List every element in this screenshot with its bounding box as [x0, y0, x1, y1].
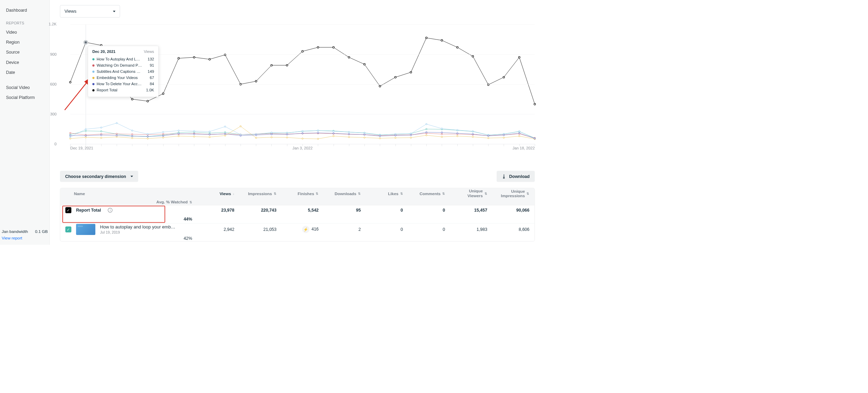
row-checkbox[interactable]: ✓	[65, 207, 71, 213]
svg-point-13	[271, 65, 272, 66]
svg-point-118	[457, 130, 458, 131]
sidebar-item-social-platform[interactable]: Social Platform	[0, 93, 50, 103]
col-views[interactable]: Views ↓	[197, 191, 240, 196]
svg-point-19	[364, 64, 365, 65]
svg-point-162	[178, 133, 180, 134]
svg-point-134	[225, 135, 226, 136]
svg-point-21	[394, 76, 396, 78]
col-unique-viewers[interactable]: Unique Viewers⇅	[450, 189, 492, 199]
col-avg-watched[interactable]: Avg. % Watched⇅	[60, 200, 197, 205]
arrow-down-icon: ↓	[233, 192, 235, 195]
svg-point-148	[441, 136, 443, 137]
svg-point-163	[194, 133, 195, 135]
bandwidth-row: Jan bandwidth 0.1 GB	[2, 228, 48, 235]
sidebar-item-video[interactable]: Video	[0, 27, 50, 37]
tooltip-row: How To Autoplay And Loop Y… 132	[93, 56, 154, 62]
svg-point-114	[395, 133, 396, 135]
svg-point-6	[162, 93, 164, 94]
col-likes[interactable]: Likes⇅	[366, 191, 408, 196]
bandwidth-label: Jan bandwidth	[2, 229, 28, 234]
svg-point-18	[348, 56, 350, 58]
svg-point-116	[426, 123, 427, 125]
info-icon[interactable]: i	[108, 208, 113, 213]
tooltip-row: Watching On Demand Purcha… 91	[93, 62, 154, 68]
svg-point-5	[147, 100, 149, 102]
tooltip-row: Subtitles And Captions Overvi… 149	[93, 68, 154, 75]
svg-point-186	[84, 41, 87, 44]
download-button[interactable]: ⭳ Download	[497, 171, 535, 182]
sort-icon: ⇅	[358, 192, 361, 195]
svg-point-168	[271, 134, 272, 135]
col-unique-impressions[interactable]: Unique Impressions⇅	[492, 189, 535, 198]
sidebar-item-device[interactable]: Device	[0, 57, 50, 67]
sort-icon: ⇅	[527, 192, 529, 195]
svg-point-101	[194, 131, 195, 132]
svg-point-135	[240, 126, 241, 127]
main-content: Views 03006009001.2K Dec 19, 2021Jan 3, …	[50, 0, 541, 245]
sidebar: Dashboard REPORTS VideoRegionSourceDevic…	[0, 0, 50, 245]
views-chart[interactable]: 03006009001.2K Dec 19, 2021Jan 3, 2022Ja…	[60, 24, 535, 153]
svg-point-139	[302, 138, 303, 139]
svg-point-12	[255, 80, 257, 82]
svg-point-112	[364, 132, 365, 134]
svg-point-146	[410, 137, 412, 138]
svg-point-23	[425, 37, 427, 39]
y-axis-tick: 900	[45, 52, 57, 57]
svg-point-29	[518, 56, 520, 58]
sidebar-item-social-video[interactable]: Social Video	[0, 82, 50, 92]
legend-dot	[93, 77, 95, 79]
tooltip-date: Dec 20, 2021	[93, 49, 116, 54]
col-downloads[interactable]: Downloads⇅	[324, 191, 366, 196]
svg-point-165	[225, 133, 226, 135]
col-comments[interactable]: Comments⇅	[408, 191, 451, 196]
svg-point-182	[488, 135, 489, 136]
metric-select[interactable]: Views	[60, 5, 120, 18]
svg-point-68	[162, 133, 164, 135]
svg-point-151	[488, 137, 489, 139]
svg-point-167	[256, 134, 257, 136]
svg-point-41	[225, 132, 226, 133]
svg-point-132	[194, 136, 195, 137]
x-axis-tick: Jan 3, 2022	[292, 146, 313, 150]
view-report-link[interactable]: View report	[2, 235, 48, 240]
svg-point-122	[519, 131, 520, 132]
svg-point-147	[426, 135, 427, 136]
secondary-dimension-select[interactable]: Choose secondary dimension	[60, 171, 138, 182]
col-name[interactable]: Name	[60, 191, 197, 196]
svg-point-66	[131, 134, 133, 135]
tooltip-row: Report Total 1.0K	[93, 87, 154, 93]
svg-point-24	[441, 40, 443, 41]
col-finishes[interactable]: Finishes⇅	[282, 191, 324, 196]
video-thumbnail[interactable]	[76, 224, 95, 235]
svg-point-183	[503, 134, 504, 136]
svg-point-108	[302, 131, 303, 132]
svg-point-54	[426, 128, 427, 130]
svg-point-86	[441, 133, 443, 135]
svg-point-7	[178, 57, 180, 59]
svg-point-65	[116, 133, 117, 135]
sidebar-item-dashboard[interactable]: Dashboard	[0, 5, 50, 15]
sidebar-item-date[interactable]: Date	[0, 67, 50, 77]
svg-point-16	[317, 46, 319, 48]
svg-point-179	[441, 132, 443, 133]
svg-point-177	[410, 134, 412, 136]
legend-dot	[93, 70, 95, 72]
legend-dot	[93, 64, 95, 66]
svg-point-142	[348, 136, 350, 138]
table-row[interactable]: ✓ How to autoplay and loop your emb… Jul…	[60, 223, 534, 241]
svg-point-127	[116, 136, 117, 137]
table-header: Name Views ↓ Impressions⇅ Finishes⇅ Down…	[60, 188, 534, 205]
x-axis-tick: Dec 19, 2021	[70, 146, 93, 150]
legend-dot	[93, 58, 95, 60]
bandwidth-value: 0.1 GB	[35, 229, 48, 234]
row-checkbox[interactable]: ✓	[65, 226, 71, 232]
sidebar-item-region[interactable]: Region	[0, 37, 50, 47]
svg-point-166	[240, 135, 241, 136]
svg-point-125	[85, 137, 86, 138]
svg-point-107	[286, 132, 288, 134]
svg-point-126	[100, 137, 102, 138]
svg-point-20	[379, 85, 381, 87]
sidebar-item-source[interactable]: Source	[0, 47, 50, 57]
col-impressions[interactable]: Impressions⇅	[239, 191, 282, 196]
svg-point-94	[85, 128, 86, 130]
